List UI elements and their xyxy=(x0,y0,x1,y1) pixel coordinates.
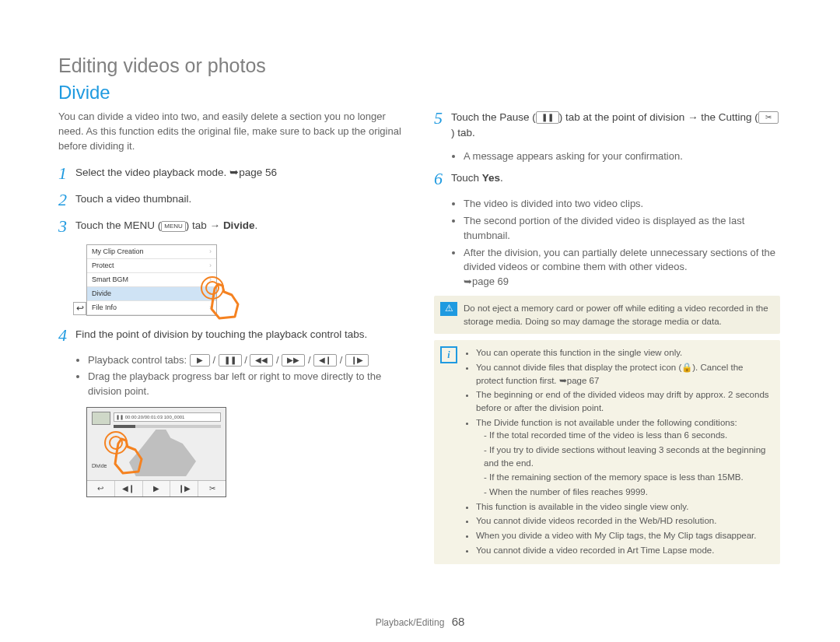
silhouette-icon xyxy=(129,430,196,476)
return-icon: ↩ xyxy=(73,302,86,315)
play-icon: ▶ xyxy=(190,354,210,367)
step-number: 6 xyxy=(434,170,451,188)
page-title: Editing videos or photos xyxy=(58,54,782,77)
sub-item: Drag the playback progress bar left or r… xyxy=(88,370,404,399)
sub-item: The second portion of the divided video … xyxy=(464,214,780,244)
menu-item: My Clip Creation› xyxy=(87,245,216,259)
info-item: You can operate this function in the sin… xyxy=(476,346,771,360)
chevron-right-icon: › xyxy=(209,289,212,299)
step-text: Touch xyxy=(451,172,482,184)
sub-item: The video is divided into two video clip… xyxy=(464,197,780,212)
player-controls: ↩ ◀❙ ▶ ❙▶ ✂ xyxy=(87,480,226,496)
section-title: Divide xyxy=(58,82,782,103)
info-item: You cannot divide videos recorded in the… xyxy=(476,514,771,528)
chevron-right-icon: › xyxy=(209,303,212,313)
page-ref: ➥page 67 xyxy=(559,376,600,385)
info-item: You cannot divide a video recorded in Ar… xyxy=(476,544,771,557)
step-body: Touch a video thumbnail. xyxy=(75,191,404,209)
menu-item: File Info› xyxy=(87,301,216,315)
footer-section: Playback/Editing xyxy=(376,617,445,628)
frame-back-icon: ◀❙ xyxy=(313,354,337,367)
frame-fwd-icon: ❙▶ xyxy=(170,481,198,496)
info-item: When you divide a video with My Clip tag… xyxy=(476,529,771,542)
step-body: Select the video playback mode. ➥page 56 xyxy=(75,165,404,182)
callout-body: Do not eject a memory card or power off … xyxy=(464,302,771,328)
info-subitem: - When the number of files reaches 9999. xyxy=(484,486,771,499)
fastfwd-icon: ▶▶ xyxy=(282,354,305,367)
sub-item: Playback control tabs: ▶ / ❚❚ / ◀◀ / ▶▶ … xyxy=(88,353,404,368)
step-4: 4 Find the point of division by touching… xyxy=(58,327,404,344)
warning-icon: ⚠ xyxy=(440,302,457,316)
menu-item-selected: Divide› xyxy=(87,287,216,301)
frame-fwd-icon: ❙▶ xyxy=(345,354,369,367)
info-icon: i xyxy=(440,346,457,363)
step-3: 3 Touch the MENU (MENU) tab → Divide. xyxy=(58,218,404,235)
pause-icon: ❚❚ xyxy=(219,354,242,367)
step-text: Touch the Pause ( xyxy=(451,111,536,123)
sub-text: After the division, you can partially de… xyxy=(464,247,775,273)
info-subitem: - If you try to divide sections without … xyxy=(484,444,771,469)
thumbnail-icon xyxy=(92,412,110,425)
step-6: 6 Touch Yes. xyxy=(434,170,780,188)
menu-item: Smart BGM› xyxy=(87,273,216,287)
page-number: 68 xyxy=(452,615,465,628)
info-subitem: - If the remaining section of the memory… xyxy=(484,471,771,484)
manual-page: Editing videos or photos Divide You can … xyxy=(0,0,840,642)
sub-label: Playback control tabs: xyxy=(88,354,190,366)
info-item: You cannot divide files that display the… xyxy=(476,361,771,387)
rewind-icon: ◀◀ xyxy=(250,354,273,367)
step-body: Touch the MENU (MENU) tab → Divide. xyxy=(75,218,404,235)
step-number: 3 xyxy=(58,218,75,235)
page-ref: ➥page 56 xyxy=(229,167,277,178)
step-1: 1 Select the video playback mode. ➥page … xyxy=(58,165,404,182)
info-item: The Divide function is not available und… xyxy=(476,416,771,499)
chevron-right-icon: › xyxy=(209,275,212,285)
step-text: ) tab. xyxy=(451,127,475,139)
step-5: 5 Touch the Pause (❚❚) tab at the point … xyxy=(434,110,780,140)
step-bold: Divide xyxy=(223,219,255,231)
scissors-icon: ✂ xyxy=(758,111,779,124)
page-footer: Playback/Editing 68 xyxy=(0,615,840,628)
chevron-right-icon: › xyxy=(209,261,212,271)
info-item: The beginning or end of the divided vide… xyxy=(476,388,771,414)
step-number: 4 xyxy=(58,327,75,344)
left-column: You can divide a video into two, and eas… xyxy=(58,110,404,570)
sub-item: A message appears asking for your confir… xyxy=(464,149,780,164)
sub-item: After the division, you can partially de… xyxy=(464,246,780,290)
callout-body: You can operate this function in the sin… xyxy=(464,346,771,558)
step-6-sublist: The video is divided into two video clip… xyxy=(451,197,780,289)
divide-label: Divide xyxy=(92,462,107,470)
lock-icon: 🔒 xyxy=(681,363,692,372)
menu-item: Protect› xyxy=(87,259,216,273)
info-item: This function is available in the video … xyxy=(476,500,771,514)
scissors-icon: ✂ xyxy=(198,481,226,496)
step-5-sublist: A message appears asking for your confir… xyxy=(451,149,780,164)
video-player-figure: ❚❚ 00:00:20/00:01:03 100_0001 Divide ↩ ◀… xyxy=(86,407,226,497)
progress-bar xyxy=(114,425,221,428)
step-text: Touch the MENU ( xyxy=(75,219,161,231)
step-text: Select the video playback mode. xyxy=(75,167,229,178)
step-number: 2 xyxy=(58,191,75,209)
chevron-right-icon: › xyxy=(209,247,212,257)
content-columns: You can divide a video into two, and eas… xyxy=(58,110,782,570)
return-icon: ↩ xyxy=(87,481,115,496)
menu-icon: MENU xyxy=(161,221,186,232)
info-subitem: - If the total recorded time of the vide… xyxy=(484,429,771,442)
page-ref: ➥page 69 xyxy=(464,275,509,287)
step-text: ) tab → xyxy=(186,219,223,231)
step-number: 1 xyxy=(58,165,75,182)
step-bold: Yes xyxy=(482,172,500,184)
info-callout: i You can operate this function in the s… xyxy=(434,340,780,564)
timecode-bar: ❚❚ 00:00:20/00:01:03 100_0001 xyxy=(114,412,221,422)
right-column: 5 Touch the Pause (❚❚) tab at the point … xyxy=(434,110,780,570)
step-number: 5 xyxy=(434,110,451,140)
intro-text: You can divide a video into two, and eas… xyxy=(58,110,404,154)
step-body: Touch Yes. xyxy=(451,170,780,188)
warning-callout: ⚠ Do not eject a memory card or power of… xyxy=(434,296,780,334)
play-icon: ▶ xyxy=(143,481,171,496)
step-4-sublist: Playback control tabs: ▶ / ❚❚ / ◀◀ / ▶▶ … xyxy=(75,353,404,400)
menu-panel-figure: ↩ My Clip Creation› Protect› Smart BGM› … xyxy=(86,244,217,316)
step-text: . xyxy=(500,172,503,184)
frame-back-icon: ◀❙ xyxy=(115,481,143,496)
step-body: Touch the Pause (❚❚) tab at the point of… xyxy=(451,110,780,140)
